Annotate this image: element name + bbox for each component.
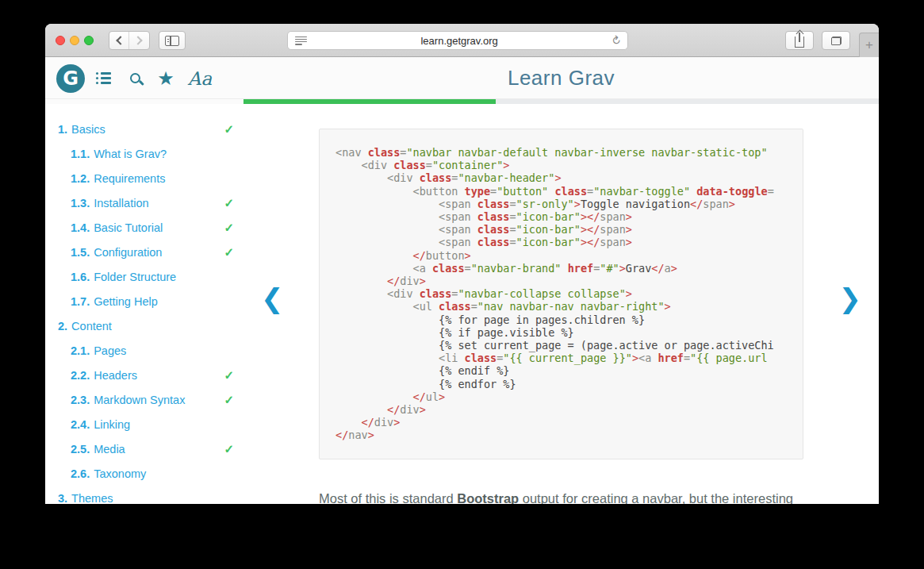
chapter-number: 1.6. [71,271,90,283]
search-icon[interactable] [125,57,145,99]
chapter-label: Themes [71,492,234,505]
chapter-number: 1.5. [71,246,90,259]
chapter-label: Content [71,320,234,333]
sidebar-item[interactable]: 1.2.Requirements [45,166,243,190]
code-block: <nav class="navbar navbar-default navbar… [319,129,803,459]
code-line: </button> [335,249,787,262]
code-line: <button type="button" class="navbar-togg… [335,185,787,198]
body-paragraph: Most of this is standard Bootstrap outpu… [319,489,803,504]
code-line: </div> [335,275,787,287]
show-tabs-button[interactable] [822,31,850,50]
chapter-number: 3. [58,492,67,505]
sidebar-toggle-button[interactable] [159,31,186,50]
sidebar-item[interactable]: 2.6.Taxonomy [45,461,243,486]
chapter-label: Basics [71,123,224,136]
code-line: <div class="container"> [335,159,787,171]
code-line: {% endif %} [335,364,787,377]
share-icon [795,37,804,48]
tabs-icon [831,37,842,45]
chapter-number: 2.5. [71,443,90,456]
chapter-label: Media [94,443,224,456]
sidebar-item[interactable]: 1.Basics✓ [45,117,243,141]
chapter-label: Basic Tutorial [94,221,224,234]
sidebar-item[interactable]: 3.Themes [45,486,243,504]
sidebar-item[interactable]: 2.Content [45,313,243,338]
check-icon: ✓ [224,245,234,260]
check-icon: ✓ [224,442,234,456]
text-size-icon[interactable]: Aa [184,57,216,99]
share-button[interactable] [785,31,814,50]
chapter-number: 1.4. [71,221,90,234]
chapter-sidebar: 1.Basics✓1.1.What is Grav?1.2.Requiremen… [45,104,243,504]
code-line: <nav class="navbar navbar-default navbar… [335,146,787,159]
toc-icon[interactable] [94,57,112,99]
grav-logo[interactable]: G [56,64,85,93]
back-button[interactable] [109,32,129,49]
chapter-label: Pages [94,344,234,357]
code-line: </div> [335,403,787,416]
bookmark-star-icon[interactable]: ★ [154,57,178,99]
chapter-number: 1. [58,123,67,136]
code-line: {% set current_page = (page.active or pa… [335,339,787,352]
code-line: <span class="sr-only">Toggle navigation<… [335,198,787,210]
code-line: </div> [335,416,787,429]
chapter-number: 2.3. [71,394,90,406]
code-line: <span class="icon-bar"></span> [335,223,787,236]
code-line: <ul class="nav navbar-nav navbar-right"> [335,300,787,313]
page-title: Learn Grav [243,57,879,99]
close-window-button[interactable] [56,36,65,45]
code-line: {% endfor %} [335,378,787,390]
chapter-label: Linking [94,418,234,431]
sidebar-item[interactable]: 1.6.Folder Structure [45,264,243,289]
minimize-window-button[interactable] [70,36,79,45]
sidebar-item[interactable]: 2.5.Media✓ [45,436,243,461]
sidebar-item[interactable]: 2.1.Pages [45,338,243,363]
sidebar-item[interactable]: 2.3.Markdown Syntax✓ [45,387,243,412]
code-line: <li class="{{ current_page }}"><a href="… [335,352,787,364]
forward-icon [133,36,142,44]
sidebar-item[interactable]: 1.4.Basic Tutorial✓ [45,215,243,240]
code-line: </nav> [335,429,787,441]
history-nav-group [109,31,150,50]
chapter-label: Folder Structure [94,271,234,283]
forward-button[interactable] [129,32,149,49]
prev-page-chevron[interactable]: ❮ [261,285,284,312]
check-icon: ✓ [224,393,234,407]
chapter-label: Installation [94,197,224,210]
chapter-number: 1.7. [71,295,90,308]
address-bar[interactable]: learn.getgrav.org ↻ [287,31,628,50]
sidebar-item[interactable]: 2.4.Linking [45,412,243,436]
sidebar-icon [165,36,179,46]
chapter-label: Requirements [94,172,234,185]
chapter-label: Markdown Syntax [94,394,224,406]
code-line: </ul> [335,390,787,403]
check-icon: ✓ [224,196,234,210]
chapter-number: 2.2. [71,369,90,382]
sidebar-item[interactable]: 1.7.Getting Help [45,289,243,313]
url-text[interactable]: learn.getgrav.org [307,35,612,47]
zoom-window-button[interactable] [84,36,94,45]
check-icon: ✓ [224,368,234,383]
back-icon [116,36,125,44]
chapter-number: 2. [58,320,67,333]
chapter-number: 2.4. [71,418,90,431]
sidebar-item[interactable]: 1.1.What is Grav? [45,141,243,166]
sidebar-item[interactable]: 1.5.Configuration✓ [45,240,243,264]
browser-toolbar: learn.getgrav.org ↻ + [45,24,879,57]
check-icon: ✓ [224,221,234,235]
sidebar-item[interactable]: 1.3.Installation✓ [45,190,243,215]
new-tab-button[interactable]: + [859,33,879,57]
browser-window: learn.getgrav.org ↻ + G ★ Aa Learn Grav [45,24,879,504]
chapter-label: What is Grav? [94,148,234,160]
code-line: <span class="icon-bar"></span> [335,236,787,248]
site-header: G ★ Aa Learn Grav [45,57,879,99]
code-line: <div class="navbar-collapse collapse"> [335,287,787,300]
code-line: <span class="icon-bar"></span> [335,210,787,223]
chapter-number: 2.6. [71,467,90,480]
sidebar-item[interactable]: 2.2.Headers✓ [45,363,243,387]
chapter-number: 2.1. [71,344,90,357]
reader-icon[interactable] [295,37,307,45]
code-line: <a class="navbar-brand" href="#">Grav</a… [335,262,787,275]
next-page-chevron[interactable]: ❯ [839,285,862,312]
chapter-label: Taxonomy [94,467,234,480]
